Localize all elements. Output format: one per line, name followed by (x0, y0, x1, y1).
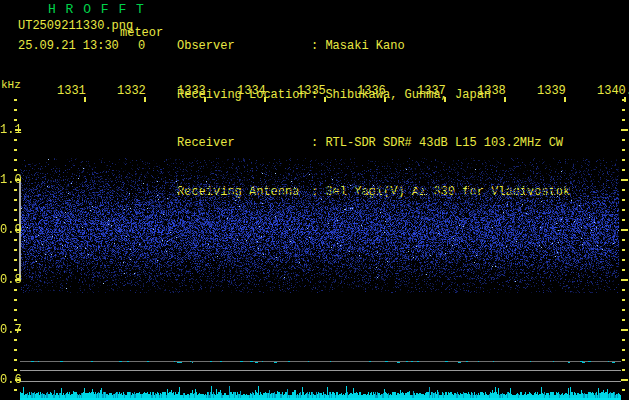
level-marker-dash (38, 361, 39, 362)
freq-major-tick-left (15, 129, 21, 131)
freq-minor-tick-right (622, 169, 625, 171)
freq-minor-tick-right (622, 389, 625, 391)
freq-minor-tick-left (14, 369, 17, 371)
freq-minor-tick-left (14, 99, 17, 101)
level-marker-dash (417, 361, 419, 362)
time-tick-mark (564, 97, 566, 102)
freq-minor-tick-right (622, 319, 625, 321)
freq-minor-tick-left (14, 249, 17, 251)
freq-minor-tick-right (622, 139, 625, 141)
level-marker-dash (192, 362, 193, 363)
freq-minor-tick-left (14, 219, 17, 221)
level-marker-dash (466, 361, 468, 362)
freq-major-tick-left (15, 179, 21, 181)
freq-minor-tick-left (14, 259, 17, 261)
freq-major-tick-right (621, 179, 628, 181)
time-tick-mark (144, 97, 146, 102)
level-marker-dash (582, 362, 585, 363)
freq-minor-tick-left (14, 109, 17, 111)
level-marker-dash (147, 361, 148, 362)
time-tick-mark (204, 97, 206, 102)
level-marker-dash (288, 361, 290, 362)
level-marker-dash (262, 361, 263, 362)
freq-minor-tick-right (622, 199, 625, 201)
freq-minor-tick-right (622, 249, 625, 251)
level-marker-dash (274, 362, 277, 363)
freq-minor-tick-left (14, 139, 17, 141)
level-marker-dash (240, 361, 243, 362)
signal-level-trace-canvas (20, 386, 621, 400)
time-tick-mark (444, 97, 446, 102)
freq-minor-tick-left (14, 189, 17, 191)
time-tick-mark (264, 97, 266, 102)
level-marker-dash (530, 361, 531, 362)
level-marker-dash (553, 361, 554, 362)
time-tick-mark (324, 97, 326, 102)
level-marker-dash (190, 361, 191, 362)
level-marker-dash (406, 361, 408, 362)
level-marker-dash (588, 361, 591, 362)
level-marker-dash (127, 361, 129, 362)
freq-minor-tick-right (622, 289, 625, 291)
reference-line-lower (20, 381, 621, 382)
freq-major-tick-right (621, 329, 628, 331)
time-tick-mark (504, 97, 506, 102)
level-marker-dash (608, 361, 609, 362)
freq-major-tick-left (15, 229, 21, 231)
level-marker-dash (308, 361, 309, 362)
freq-minor-tick-left (14, 199, 17, 201)
hrofft-spectrogram-window: H R O F F T UT2509211330.png meteor 25.0… (0, 0, 629, 400)
freq-minor-tick-left (14, 339, 17, 341)
spectrogram-plot-area: 1331133213331334133513361337133813391340… (0, 0, 629, 400)
level-marker-dash (397, 362, 400, 363)
freq-minor-tick-right (622, 339, 625, 341)
freq-minor-tick-right (622, 149, 625, 151)
freq-minor-tick-left (14, 159, 17, 161)
spectrogram-noise-canvas (20, 158, 619, 293)
time-tick-label: 1337 (417, 84, 446, 98)
freq-major-tick-right (621, 379, 628, 381)
level-marker-dash (119, 361, 122, 362)
time-tick-label: 1334 (237, 84, 266, 98)
freq-minor-tick-right (622, 269, 625, 271)
freq-minor-tick-left (14, 389, 17, 391)
freq-minor-tick-left (14, 119, 17, 121)
level-marker-dash (445, 361, 448, 362)
freq-minor-tick-left (14, 349, 17, 351)
freq-minor-tick-right (622, 349, 625, 351)
freq-minor-tick-right (622, 109, 625, 111)
freq-minor-tick-right (622, 259, 625, 261)
freq-minor-tick-right (622, 299, 625, 301)
level-marker-dash (31, 361, 34, 362)
level-marker-dash (612, 362, 615, 363)
freq-minor-tick-right (622, 369, 625, 371)
freq-major-tick-right (621, 129, 628, 131)
level-marker-dash (478, 361, 479, 362)
level-marker-dash (255, 362, 258, 363)
level-marker-dash (148, 361, 149, 362)
level-marker-dash (568, 362, 570, 363)
freq-minor-tick-right (622, 359, 625, 361)
freq-major-tick-left (15, 329, 21, 331)
level-marker-dash (493, 361, 494, 362)
level-marker-dash (210, 361, 212, 362)
freq-minor-tick-left (14, 169, 17, 171)
time-tick-label: 1338 (477, 84, 506, 98)
level-marker-dash (91, 361, 93, 362)
freq-minor-tick-left (14, 239, 17, 241)
level-marker-dash (60, 361, 63, 362)
freq-major-tick-right (621, 279, 628, 281)
time-tick-label: 1336 (357, 84, 386, 98)
time-tick-label: 1335 (297, 84, 326, 98)
freq-minor-tick-right (622, 99, 625, 101)
time-tick-label: 1339 (537, 84, 566, 98)
freq-minor-tick-left (14, 359, 17, 361)
freq-major-tick-left (15, 379, 21, 381)
freq-minor-tick-left (14, 309, 17, 311)
level-marker-dash (458, 362, 461, 363)
time-tick-label: 1331 (57, 84, 86, 98)
freq-minor-tick-right (622, 309, 625, 311)
time-tick-label: 1332 (117, 84, 146, 98)
time-tick-mark (84, 97, 86, 102)
freq-major-tick-left (15, 279, 21, 281)
